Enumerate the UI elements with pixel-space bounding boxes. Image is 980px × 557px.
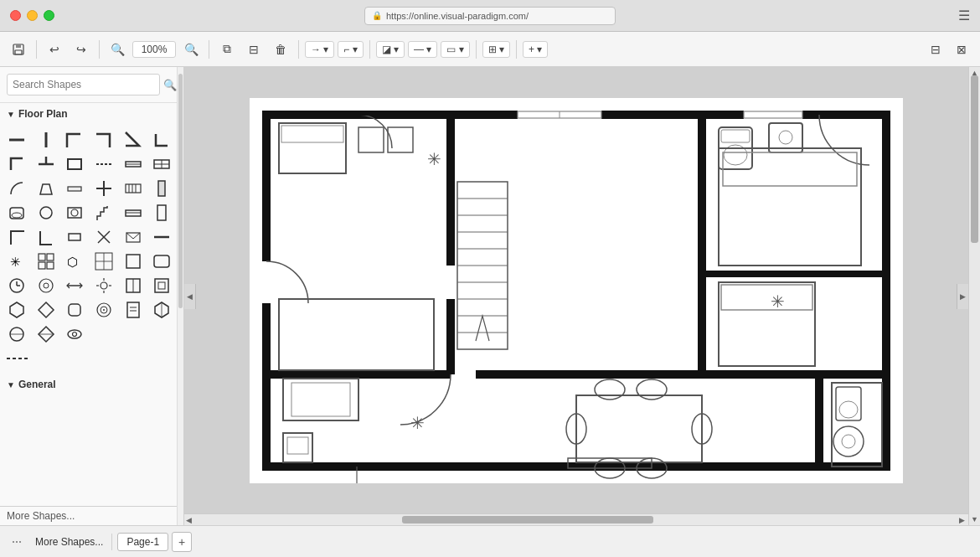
shape-h-line-thick[interactable] xyxy=(63,177,86,200)
line-dropdown[interactable]: — ▾ xyxy=(408,41,437,58)
shape-wall-end[interactable] xyxy=(150,128,173,152)
shape-t-junction[interactable] xyxy=(34,152,58,176)
delete-button[interactable]: 🗑 xyxy=(269,38,292,61)
svg-rect-48 xyxy=(154,255,169,267)
scroll-thumb-v[interactable] xyxy=(971,75,978,243)
shape-wheel[interactable] xyxy=(34,274,58,297)
horizontal-scrollbar[interactable]: ◀ ▶ xyxy=(184,513,968,525)
shape-hex2[interactable] xyxy=(150,298,173,322)
shape-circle[interactable] xyxy=(34,201,58,224)
shape-hex-outline[interactable] xyxy=(5,298,28,322)
shape-sink[interactable] xyxy=(63,201,86,224)
shape-envelope[interactable] xyxy=(121,225,145,249)
search-input[interactable] xyxy=(7,74,160,95)
scroll-thumb-h[interactable] xyxy=(402,516,653,523)
shape-dash-line[interactable] xyxy=(5,347,28,370)
shape-deco-circle[interactable] xyxy=(92,298,116,322)
floor-plan[interactable]: ✳ xyxy=(250,98,903,483)
shape-clock[interactable] xyxy=(5,274,28,297)
page-options-btn[interactable]: ⋯ xyxy=(7,532,27,552)
scroll-left-arrow[interactable]: ◀ xyxy=(184,514,193,526)
vertical-scrollbar[interactable]: ▲ ▼ xyxy=(968,67,980,525)
save-button[interactable] xyxy=(7,38,30,61)
scroll-right-arrow[interactable]: ▶ xyxy=(957,514,967,526)
shape-arc[interactable] xyxy=(5,177,28,200)
shape-corner2[interactable] xyxy=(5,225,28,249)
shape-rounded-sq[interactable] xyxy=(63,298,86,322)
shape-window-1[interactable] xyxy=(121,152,145,176)
shape-corner-tr[interactable] xyxy=(92,128,116,152)
shape-wall-v[interactable] xyxy=(34,128,58,152)
shape-small-rect[interactable] xyxy=(63,225,86,249)
shape-eye[interactable] xyxy=(63,322,86,346)
zoom-in-button[interactable]: 🔍 xyxy=(179,38,203,61)
shape-rect[interactable] xyxy=(63,152,86,176)
redo-button[interactable]: ↪ xyxy=(70,38,93,61)
general-section[interactable]: ▼ General xyxy=(0,374,183,395)
maximize-button[interactable] xyxy=(44,10,54,21)
shape-bathtub[interactable] xyxy=(5,201,28,224)
fill-dropdown[interactable]: ◪ ▾ xyxy=(376,41,405,58)
shape-square-outline[interactable] xyxy=(121,250,145,273)
page-tab-1[interactable]: Page-1 xyxy=(117,533,168,551)
shape-snowflake[interactable]: ✳ xyxy=(5,250,28,273)
shape-cross[interactable] xyxy=(92,177,116,200)
shape-tag[interactable] xyxy=(150,225,173,249)
more-shapes-bottom-btn[interactable]: More Shapes... xyxy=(32,534,106,549)
connector-dropdown[interactable]: → ▾ xyxy=(305,41,334,58)
shape-cabinet2[interactable] xyxy=(121,274,145,297)
floor-plan-section[interactable]: ▼ Floor Plan xyxy=(0,103,183,125)
shape-window-2[interactable] xyxy=(150,152,173,176)
shape-column[interactable] xyxy=(150,177,173,200)
shape-grid-lg[interactable] xyxy=(92,250,116,273)
shape-dash-h[interactable] xyxy=(92,152,116,176)
undo-button[interactable]: ↩ xyxy=(43,38,66,61)
shape-bookshelf[interactable] xyxy=(121,177,145,200)
url-bar[interactable]: 🔒 https://online.visual-paradigm.com/ xyxy=(364,7,616,25)
shape-rect-rounded[interactable] xyxy=(150,250,173,273)
shape-diamond2[interactable] xyxy=(34,322,58,346)
shape-wall-h[interactable] xyxy=(5,128,28,152)
waypoint-dropdown[interactable]: ⌐ ▾ xyxy=(338,41,363,58)
separator xyxy=(36,40,37,59)
zoom-level[interactable]: 100% xyxy=(132,41,176,58)
arrange-dropdown[interactable]: ⊞ ▾ xyxy=(482,41,510,58)
shape-sq-inner[interactable] xyxy=(150,274,173,297)
shape-counter[interactable] xyxy=(121,201,145,224)
add-dropdown[interactable]: + ▾ xyxy=(523,41,548,58)
shape-sun[interactable] xyxy=(92,274,116,297)
shape-corner-tl[interactable] xyxy=(63,128,86,152)
menu-icon[interactable]: ☰ xyxy=(958,8,970,23)
shape-diamond[interactable] xyxy=(34,298,58,322)
cut-button[interactable]: ⊟ xyxy=(242,38,266,61)
shape-grid-s[interactable] xyxy=(34,250,58,273)
svg-rect-66 xyxy=(69,304,80,316)
scroll-left-btn[interactable]: ◀ xyxy=(184,284,196,309)
shape-cabinet[interactable] xyxy=(150,201,173,224)
minimize-button[interactable] xyxy=(27,10,38,21)
search-icon[interactable]: 🔍 xyxy=(163,79,177,91)
shape-corner-bl[interactable] xyxy=(5,152,28,176)
copy-button[interactable]: ⧉ xyxy=(215,38,239,61)
shape-arrows[interactable] xyxy=(63,274,86,297)
shape-honeycomb[interactable]: ⬡ xyxy=(63,250,86,273)
zoom-out-button[interactable]: 🔍 xyxy=(106,38,129,61)
shape-circle2[interactable] xyxy=(5,322,28,346)
scroll-down-btn[interactable]: ▼ xyxy=(969,513,980,525)
shape-doc[interactable] xyxy=(121,298,145,322)
shape-x[interactable] xyxy=(92,225,116,249)
shape-l-shape[interactable] xyxy=(34,225,58,249)
scroll-right-btn[interactable]: ▶ xyxy=(957,284,968,309)
svg-rect-40 xyxy=(47,254,54,260)
shape-stairs[interactable] xyxy=(92,201,116,224)
more-shapes-btn[interactable]: More Shapes... xyxy=(0,506,183,525)
svg-point-27 xyxy=(71,209,78,216)
close-button[interactable] xyxy=(10,10,21,21)
shape-dropdown[interactable]: ▭ ▾ xyxy=(441,41,469,58)
add-page-btn[interactable]: + xyxy=(172,532,192,552)
panel-toggle-2[interactable]: ⊠ xyxy=(950,38,973,61)
shape-trapezoid[interactable] xyxy=(34,177,58,200)
svg-point-24 xyxy=(12,213,22,218)
shape-corner-br[interactable] xyxy=(121,128,145,152)
panel-toggle-1[interactable]: ⊟ xyxy=(924,38,947,61)
